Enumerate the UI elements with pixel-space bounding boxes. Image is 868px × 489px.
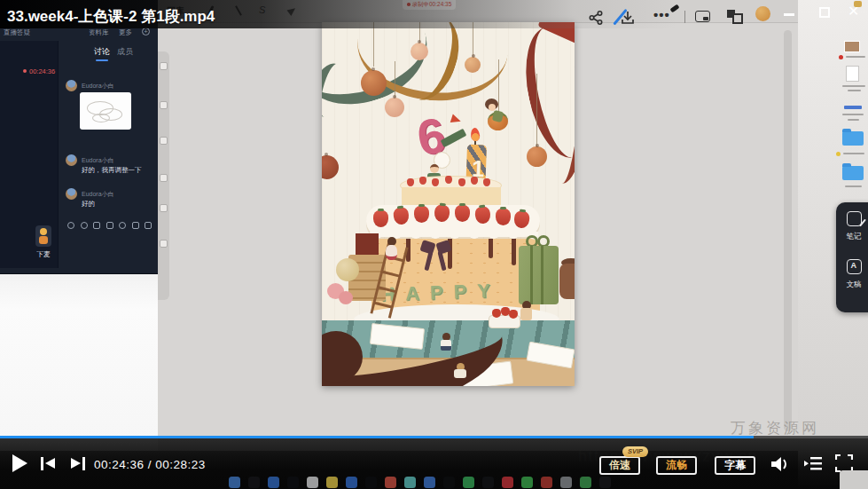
subtitle-button[interactable]: 字幕 (715, 456, 755, 475)
whiteboard-area (0, 273, 158, 451)
tab-members[interactable]: 成员 (117, 46, 133, 58)
notes-tool[interactable]: 笔记 (836, 211, 868, 242)
chat-image-attachment[interactable] (80, 92, 131, 130)
volume-icon[interactable] (770, 454, 791, 477)
tab-discussion[interactable]: 讨论 (94, 46, 110, 58)
snapshot-icon-frame (732, 13, 743, 24)
avatar (66, 188, 77, 200)
quality-button[interactable]: 流畅 (656, 456, 697, 475)
screenshot-icon[interactable] (93, 222, 100, 229)
jar (559, 264, 575, 299)
library-button[interactable]: 资料库 (89, 28, 109, 37)
dock (229, 476, 611, 488)
gift-box (519, 246, 559, 304)
gold-ornament (336, 258, 359, 281)
dock-end-blob (840, 470, 868, 489)
user-avatar[interactable] (755, 6, 770, 21)
popout-icon[interactable] (145, 222, 152, 229)
username: Eudora小白 (82, 190, 114, 199)
playlist-icon[interactable] (803, 454, 823, 476)
dock-app-icon[interactable] (326, 477, 338, 488)
add-icon[interactable]: + (142, 28, 150, 35)
username: Eudora小白 (82, 156, 114, 165)
previous-button[interactable] (41, 457, 59, 470)
desktop-image-file[interactable] (844, 41, 860, 52)
speed-button[interactable]: 倍速 (599, 456, 640, 475)
ornament-ball (465, 57, 481, 73)
avatar (66, 80, 77, 91)
video-player: 直播答疑 资料库 更多 + 00:24:36 讨论 成员 Eudora小白 Eu… (0, 0, 868, 489)
dock-app-icon[interactable] (287, 477, 299, 488)
history-icon[interactable] (119, 222, 126, 229)
illustration-canvas[interactable]: 6 1 (322, 22, 575, 386)
dock-app-icon[interactable] (599, 477, 611, 488)
notes-label: 笔记 (836, 232, 868, 242)
play-button[interactable] (12, 454, 27, 472)
desktop-folder[interactable] (842, 131, 864, 146)
scrollbar[interactable] (784, 30, 792, 431)
dock-app-icon[interactable] (424, 477, 435, 488)
dock-app-icon[interactable] (443, 477, 455, 488)
desktop-folder[interactable] (842, 166, 864, 180)
dock-app-icon[interactable] (385, 477, 396, 488)
user-emoji-icon (35, 225, 51, 247)
mic-off-button[interactable]: 下麦 (28, 225, 59, 264)
red-flag (450, 114, 463, 126)
dock-app-icon[interactable] (521, 477, 533, 488)
dock-app-icon[interactable] (463, 477, 474, 488)
dock-app-icon[interactable] (560, 477, 572, 488)
brush-sidebar[interactable] (158, 51, 169, 300)
corner-badge (854, 1, 862, 7)
message-text: 好的 (82, 200, 95, 209)
dock-app-icon[interactable] (268, 477, 279, 488)
more-icon[interactable]: ••• (653, 7, 670, 22)
live-class-panel: 直播答疑 资料库 更多 + 00:24:36 讨论 成员 Eudora小白 Eu… (0, 0, 158, 273)
dock-app-icon[interactable] (229, 477, 240, 488)
strawberry (455, 205, 470, 222)
more-button[interactable]: 更多 (119, 28, 132, 37)
recording-timer: 00:24:36 (23, 67, 55, 75)
smiley-icon[interactable] (81, 222, 88, 229)
chat-toolbar (67, 222, 156, 233)
chat-log-icon[interactable] (132, 222, 139, 229)
dock-app-icon[interactable] (541, 477, 552, 488)
emoji-icon[interactable] (67, 222, 74, 229)
maximize-button[interactable] (819, 7, 830, 18)
video-title: 33.week4-上色课-2 第1段.mp4 (7, 6, 215, 27)
svip-badge: SVIP (622, 446, 648, 457)
notes-side-panel: 笔记 文稿 (836, 202, 868, 312)
dock-app-icon[interactable] (365, 477, 377, 488)
dock-app-icon[interactable] (482, 477, 494, 488)
avatar (66, 154, 77, 166)
dock-app-icon[interactable] (307, 477, 318, 488)
transcript-tool[interactable]: 文稿 (836, 259, 868, 290)
strawberry (414, 206, 429, 223)
drawing-app-window: 图库 S 录制中00:24:35 (158, 0, 798, 451)
strawberry (496, 209, 511, 225)
dock-app-icon[interactable] (502, 477, 513, 488)
ornament-ball (411, 43, 428, 60)
ornament-ball (322, 155, 339, 179)
message-text: 好的，我再调整一下 (82, 166, 142, 175)
dock-app-icon[interactable] (580, 477, 591, 488)
desktop-document-file[interactable] (846, 66, 859, 82)
doc-label: 文稿 (836, 280, 868, 290)
character-boy (430, 164, 439, 173)
pip-icon[interactable] (695, 11, 710, 22)
ornament-ball (361, 70, 387, 96)
ornament-ball (385, 98, 404, 117)
class-panel-title: 直播答疑 (4, 28, 30, 37)
share-icon[interactable] (589, 11, 603, 25)
dock-app-icon[interactable] (346, 477, 357, 488)
strawberry (373, 210, 388, 227)
dock-app-icon[interactable] (404, 477, 416, 488)
dock-app-icon[interactable] (248, 477, 260, 488)
chat-message: Eudora小白 好的，我再调整一下 (66, 154, 154, 181)
minimize-button[interactable] (784, 13, 794, 16)
note-pen-icon (847, 211, 862, 226)
username: Eudora小白 (82, 82, 114, 91)
next-button[interactable] (67, 457, 85, 470)
image-icon[interactable] (106, 222, 113, 229)
chat-message: Eudora小白 (66, 80, 154, 142)
time-display: 00:24:36 / 00:28:23 (94, 458, 206, 471)
